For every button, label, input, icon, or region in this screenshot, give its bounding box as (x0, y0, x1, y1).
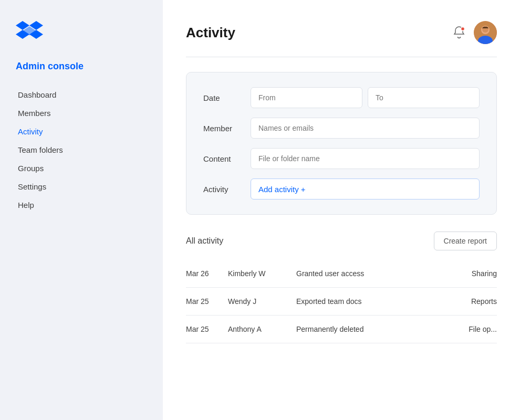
activity-filter-row: Activity Add activity + (203, 178, 480, 200)
main-content: Activity Date (163, 0, 520, 420)
row-date: Mar 25 (186, 325, 228, 333)
sidebar-item-settings[interactable]: Settings (16, 178, 147, 195)
svg-point-0 (461, 27, 465, 31)
member-inputs (251, 118, 480, 139)
row-member: Anthony A (228, 325, 296, 333)
content-filter-row: Content (203, 148, 480, 169)
date-from-input[interactable] (251, 87, 362, 108)
activity-table: Mar 26 Kimberly W Granted user access Sh… (186, 260, 497, 343)
row-date: Mar 25 (186, 297, 228, 306)
activity-filter-label: Activity (203, 185, 251, 194)
activity-section-header: All activity Create report (186, 232, 497, 250)
table-row: Mar 25 Anthony A Permanently deleted Fil… (186, 316, 497, 343)
sidebar-item-members[interactable]: Members (16, 105, 147, 121)
date-label: Date (203, 93, 251, 102)
row-category: Reports (444, 297, 497, 306)
page-header: Activity (186, 21, 497, 44)
row-action: Granted user access (296, 269, 444, 278)
nav-list: Dashboard Members Activity Team folders … (16, 87, 147, 213)
date-inputs (251, 87, 480, 108)
sidebar-item-groups[interactable]: Groups (16, 160, 147, 176)
row-action: Exported team docs (296, 297, 444, 306)
row-member: Wendy J (228, 297, 296, 306)
sidebar-item-dashboard[interactable]: Dashboard (16, 87, 147, 103)
header-icons (452, 21, 497, 44)
row-category: Sharing (444, 269, 497, 278)
header-divider (186, 57, 497, 57)
date-filter-row: Date (203, 87, 480, 108)
row-date: Mar 26 (186, 269, 228, 278)
row-category: File op... (444, 325, 497, 333)
member-label: Member (203, 124, 251, 133)
table-row: Mar 25 Wendy J Exported team docs Report… (186, 288, 497, 316)
avatar[interactable] (474, 21, 497, 44)
filter-card: Date Member Content Activity Add activit… (186, 72, 497, 215)
content-inputs (251, 148, 480, 169)
content-input[interactable] (251, 148, 480, 169)
row-member: Kimberly W (228, 269, 296, 278)
add-activity-button[interactable]: Add activity + (251, 178, 480, 200)
bell-icon[interactable] (452, 25, 466, 40)
table-row: Mar 26 Kimberly W Granted user access Sh… (186, 260, 497, 288)
member-input[interactable] (251, 118, 480, 139)
sidebar-item-team-folders[interactable]: Team folders (16, 142, 147, 158)
page-title: Activity (186, 25, 235, 41)
member-filter-row: Member (203, 118, 480, 139)
all-activity-label: All activity (186, 236, 223, 246)
create-report-button[interactable]: Create report (434, 232, 497, 250)
row-action: Permanently deleted (296, 325, 444, 333)
logo[interactable] (16, 21, 147, 42)
content-label: Content (203, 154, 251, 163)
sidebar-item-help[interactable]: Help (16, 197, 147, 213)
date-to-input[interactable] (368, 87, 480, 108)
admin-console-label: Admin console (16, 61, 147, 72)
sidebar: Admin console Dashboard Members Activity… (0, 0, 163, 420)
activity-inputs: Add activity + (251, 178, 480, 200)
sidebar-item-activity[interactable]: Activity (16, 123, 147, 140)
